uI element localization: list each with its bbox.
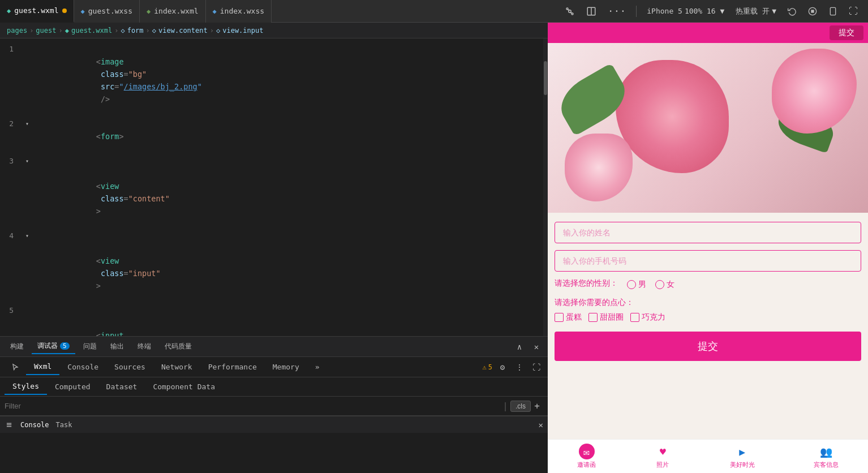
- more-options-button[interactable]: ⋮: [513, 360, 526, 374]
- tab-sources-label: Sources: [114, 363, 145, 371]
- svg-point-0: [569, 10, 571, 12]
- expand-button[interactable]: ⛶: [845, 5, 861, 18]
- dataset-tab[interactable]: Dataset: [98, 379, 145, 394]
- nav-photos[interactable]: ♥ 照片: [655, 444, 671, 469]
- tab-console[interactable]: Console: [59, 359, 106, 375]
- cls-button[interactable]: .cls: [510, 401, 531, 412]
- radio-male[interactable]: [627, 280, 636, 289]
- phone-button[interactable]: [825, 6, 841, 17]
- section-tab-terminal-label: 终端: [137, 342, 151, 351]
- bc-icon2: ◇: [121, 27, 124, 35]
- settings-button[interactable]: ⚙: [496, 360, 509, 374]
- main-area: pages › guest › ◆ guest.wxml › ◇ form › …: [0, 23, 868, 473]
- console-close-button[interactable]: ✕: [539, 420, 543, 429]
- line-content-4: <view class="input" >: [32, 230, 545, 304]
- code-editor[interactable]: 1 <image class="bg" src="/images/bj_2.pn…: [0, 38, 548, 336]
- tab-guest-wxss[interactable]: ◆ guest.wxss: [74, 0, 140, 23]
- gender-male-label: 男: [638, 280, 646, 290]
- phone-preview: 提交 请选择您的性别：: [548, 23, 868, 473]
- radio-female[interactable]: [655, 280, 664, 289]
- tab-wxml[interactable]: Wxml: [26, 359, 59, 375]
- checkbox-donut[interactable]: [588, 313, 598, 322]
- tab-network-label: Network: [161, 363, 192, 371]
- stop-button[interactable]: [805, 6, 820, 17]
- snack-cake[interactable]: 蛋糕: [555, 312, 582, 322]
- add-style-button[interactable]: +: [531, 400, 543, 412]
- tab-index-wxss[interactable]: ◆ index.wxss: [206, 0, 272, 23]
- tab-sources[interactable]: Sources: [106, 359, 153, 375]
- checkbox-chocolate[interactable]: [630, 313, 639, 322]
- bc-wxml: guest.wxml: [71, 27, 112, 35]
- collapse-button[interactable]: ∧: [513, 340, 526, 354]
- dock-button[interactable]: ⛶: [530, 360, 543, 374]
- section-tab-debug[interactable]: 调试器 5: [32, 339, 75, 354]
- fold-3[interactable]: ▾: [23, 155, 32, 167]
- devtools-inner-tabs-row: Wxml Console Sources Network Performance: [0, 357, 548, 377]
- tab-memory[interactable]: Memory: [265, 359, 307, 375]
- modified-dot: [62, 8, 67, 13]
- code-line-2: 2 ▾ <form>: [0, 118, 548, 155]
- fold-4[interactable]: ▾: [23, 230, 32, 242]
- nav-invite[interactable]: ✉ 邀请函: [577, 444, 596, 469]
- debug-badge: 5: [60, 342, 70, 350]
- devtools-panel: 构建 调试器 5 问题 输出 终端: [0, 336, 548, 473]
- console-bar: ≡ Console Task ✕: [0, 416, 548, 433]
- name-input[interactable]: [555, 222, 861, 243]
- nav-guests[interactable]: 👥 宾客信息: [814, 444, 839, 469]
- console-bar-console[interactable]: Console: [20, 421, 49, 429]
- styles-tab[interactable]: Styles: [5, 379, 47, 395]
- tab-wxml-label: Wxml: [34, 362, 51, 371]
- hot-reload-button[interactable]: 热重载 开 ▼: [732, 5, 780, 18]
- tab-more[interactable]: »: [307, 359, 328, 375]
- git-button[interactable]: [561, 5, 578, 18]
- tab-bar: ◆ guest.wxml ◆ guest.wxss ◆ index.wxml ◆…: [0, 0, 868, 23]
- nav-memories[interactable]: ▶ 美好时光: [730, 444, 755, 469]
- close-devtools-button[interactable]: ✕: [530, 340, 543, 354]
- section-tab-output[interactable]: 输出: [105, 339, 130, 354]
- phone-bottom-nav: ✉ 邀请函 ♥ 照片 ▶ 美好时光 👥 宾客信息: [548, 439, 868, 473]
- snack-donut[interactable]: 甜甜圈: [588, 312, 624, 322]
- gender-male[interactable]: 男: [627, 280, 646, 290]
- device-selector[interactable]: iPhone 5 100% 16 ▼: [643, 6, 728, 16]
- section-tab-quality[interactable]: 代码质量: [159, 339, 197, 354]
- component-data-tab[interactable]: Component Data: [145, 379, 223, 394]
- tab-guest-wxml[interactable]: ◆ guest.wxml: [0, 0, 74, 23]
- tab-label: index.wxml: [154, 7, 198, 15]
- submit-button[interactable]: 提交: [555, 332, 861, 361]
- line-content-5: <input name="name" placeholder-class="ph…: [32, 304, 545, 336]
- section-tab-terminal[interactable]: 终端: [132, 339, 157, 354]
- section-tab-build[interactable]: 构建: [5, 339, 29, 354]
- scrollbar-track[interactable]: [543, 38, 548, 336]
- section-tab-build-label: 构建: [10, 342, 24, 351]
- tab-index-wxml[interactable]: ◆ index.wxml: [140, 0, 206, 23]
- layout-button[interactable]: [583, 5, 600, 18]
- line-content-1: <image class="bg" src="/images/bj_2.png"…: [32, 43, 545, 118]
- console-bar-console-label: Console: [20, 421, 49, 429]
- section-tab-issues[interactable]: 问题: [78, 339, 102, 354]
- snack-chocolate[interactable]: 巧克力: [630, 312, 665, 322]
- flower-small: [565, 134, 633, 201]
- line-num-3: 3: [0, 155, 23, 167]
- refresh-button[interactable]: [784, 6, 800, 17]
- tab-performance[interactable]: Performance: [200, 359, 265, 375]
- filter-input[interactable]: [5, 402, 500, 410]
- tab-network[interactable]: Network: [153, 359, 200, 375]
- gender-female[interactable]: 女: [655, 280, 674, 290]
- computed-tab[interactable]: Computed: [47, 379, 98, 394]
- phone-input[interactable]: [555, 250, 861, 272]
- phone-top-submit-button[interactable]: 提交: [830, 25, 863, 40]
- hamburger-icon[interactable]: ≡: [5, 420, 14, 429]
- more-button[interactable]: ···: [604, 4, 630, 18]
- gender-section: 请选择您的性别： 男 女: [555, 278, 861, 291]
- scrollbar-thumb[interactable]: [544, 61, 547, 95]
- snack-label: 请选择你需要的点心：: [555, 298, 861, 308]
- computed-tab-label: Computed: [55, 382, 91, 391]
- fold-2[interactable]: ▾: [23, 118, 32, 130]
- warn-count: 5: [488, 363, 492, 371]
- cursor-icon-btn[interactable]: [5, 357, 26, 377]
- nav-guests-label: 宾客信息: [814, 461, 839, 469]
- svg-line-4: [570, 12, 573, 13]
- console-bar-task[interactable]: Task: [56, 421, 72, 429]
- bc-view-input: view.input: [222, 27, 263, 35]
- checkbox-cake[interactable]: [555, 313, 564, 322]
